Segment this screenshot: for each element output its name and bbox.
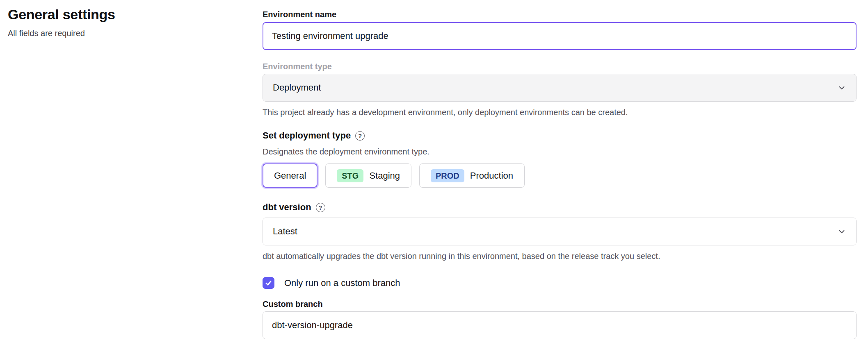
check-icon <box>265 279 272 287</box>
custom-branch-checkbox-label: Only run on a custom branch <box>284 278 400 288</box>
custom-branch-checkbox[interactable] <box>263 277 274 289</box>
help-icon[interactable]: ? <box>316 203 325 212</box>
dbt-version-heading: dbt version <box>263 202 311 213</box>
environment-name-label: Environment name <box>263 9 857 20</box>
environment-type-select[interactable]: Deployment <box>263 74 857 102</box>
dbt-version-select[interactable]: Latest <box>263 218 857 245</box>
page-subtitle: All fields are required <box>8 29 238 38</box>
environment-settings-form: Environment name Environment type Deploy… <box>263 0 857 339</box>
chevron-down-icon <box>837 83 846 92</box>
deployment-type-heading-row: Set deployment type ? <box>263 130 857 141</box>
deployment-type-general-button[interactable]: General <box>263 163 318 188</box>
deployment-type-general-label: General <box>274 170 306 181</box>
deployment-type-helper: Designates the deployment environment ty… <box>263 146 857 157</box>
staging-badge: STG <box>337 169 363 182</box>
dbt-version-helper: dbt automatically upgrades the dbt versi… <box>263 251 857 261</box>
custom-branch-input[interactable] <box>263 311 857 339</box>
custom-branch-checkbox-row: Only run on a custom branch <box>263 277 857 289</box>
help-icon[interactable]: ? <box>355 131 365 141</box>
page-title: General settings <box>8 7 238 23</box>
chevron-down-icon <box>837 227 846 236</box>
deployment-type-production-button[interactable]: PROD Production <box>419 163 525 188</box>
custom-branch-label: Custom branch <box>263 299 857 309</box>
deployment-type-production-label: Production <box>470 170 513 181</box>
deployment-type-staging-label: Staging <box>369 170 400 181</box>
environment-type-value: Deployment <box>273 82 321 93</box>
settings-header: General settings All fields are required <box>8 7 238 38</box>
deployment-type-staging-button[interactable]: STG Staging <box>325 163 411 188</box>
environment-type-helper: This project already has a development e… <box>263 107 857 118</box>
dbt-version-value: Latest <box>273 226 297 237</box>
dbt-version-heading-row: dbt version ? <box>263 202 857 213</box>
environment-type-label: Environment type <box>263 61 857 72</box>
production-badge: PROD <box>431 169 464 182</box>
environment-name-input[interactable] <box>263 22 857 50</box>
deployment-type-options: General STG Staging PROD Production <box>263 163 857 188</box>
deployment-type-heading: Set deployment type <box>263 130 351 141</box>
